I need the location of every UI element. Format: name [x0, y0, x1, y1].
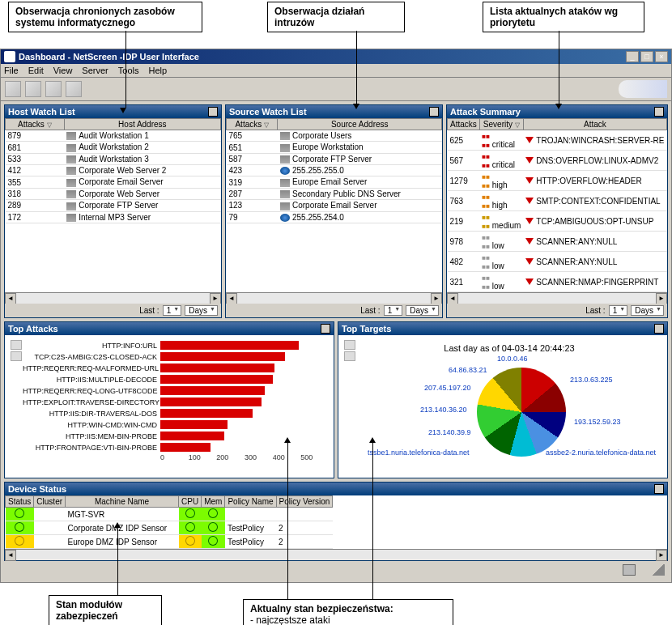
col-machine[interactable]: Machine Name [66, 496, 179, 508]
table-row[interactable]: 651Europe Workstation [227, 142, 442, 153]
panel-title-attack: Attack Summary [450, 107, 654, 117]
table-row[interactable]: 318Corporate Web Server [6, 188, 221, 199]
pie-label: 64.86.83.21 [449, 366, 487, 374]
toolbar-icon-2[interactable] [25, 81, 41, 97]
menu-file[interactable]: File [4, 66, 19, 75]
table-row[interactable]: 412Corporate Web Server 2 [6, 165, 221, 176]
last-num-dropdown[interactable]: 1 [384, 305, 403, 316]
menu-help[interactable]: Help [148, 66, 167, 75]
col-policy-ver[interactable]: Policy Version [276, 496, 333, 508]
col-cpu[interactable]: CPU [179, 496, 202, 508]
scrollbar[interactable]: ◄► [226, 292, 442, 304]
titlebar[interactable]: Dashboard - NetScreen -IDP User Interfac… [1, 49, 671, 64]
table-row[interactable]: 355Corporate Email Server [6, 176, 221, 188]
bar-row: HTTP:REQERR:REQ-MALFORMED-URL [23, 363, 329, 373]
table-row[interactable]: 319Europe Email Server [227, 176, 442, 188]
table-row[interactable]: 625■■■■ criticalTROJAN:WINCRASH:SERVER-R… [448, 130, 667, 151]
panel-attack-summary: Attack Summary Attacks Severity ▽ Attack… [446, 104, 668, 318]
pie-subtitle: Last day as of 04-03-14 20:44:23 [444, 343, 574, 353]
col-cluster[interactable]: Cluster [34, 496, 66, 508]
pie-label: tssbe1.nuria.telefonica-data.net [368, 449, 470, 457]
table-row[interactable]: 172Internal MP3 Server [6, 211, 221, 223]
table-row[interactable]: 321■■■■ lowSCANNER:NMAP:FINGERPRINT [448, 272, 667, 292]
scrollbar[interactable]: ◄► [5, 549, 667, 560]
menu-edit[interactable]: Edit [28, 66, 44, 75]
pie-label: 213.0.63.225 [570, 376, 613, 384]
pie-label: 10.0.0.46 [497, 355, 528, 363]
last-unit-dropdown[interactable]: Days [185, 305, 218, 316]
last-unit-dropdown[interactable]: Days [406, 305, 439, 316]
table-row[interactable]: 879Audit Workstation 1 [6, 130, 221, 142]
bar-row: HTTP:EXPLOIT:TRAVERSE-DIRECTORY [23, 397, 329, 407]
col-attacks[interactable]: Attacks ▽ [227, 119, 278, 130]
minimize-button[interactable]: _ [626, 51, 639, 62]
panel-device-status: Device Status Status Cluster Machine Nam… [4, 482, 668, 561]
table-row[interactable]: 681Audit Workstation 2 [6, 142, 221, 153]
chart-toolbar [10, 340, 23, 461]
panel-title-host: Host Watch List [8, 107, 208, 117]
print-icon[interactable] [623, 564, 636, 576]
table-row[interactable]: MGT-SVR [6, 508, 333, 521]
table-row[interactable]: 219■■■■ mediumTCP:AMBIGUOUS:OPT-UNSUP [448, 211, 667, 232]
panel-detach-icon[interactable] [654, 107, 664, 117]
bar-row: HTTP:WIN-CMD:WIN-CMD [23, 419, 329, 430]
chart-tool-1[interactable] [11, 340, 22, 350]
col-host[interactable]: Host Address [64, 119, 220, 130]
table-row[interactable]: 289Corporate FTP Server [6, 200, 221, 211]
last-num-dropdown[interactable]: 1 [609, 305, 628, 316]
bar-row: HTTP:IIS:MULTIPLE-DECODE [23, 374, 329, 385]
panel-detach-icon[interactable] [654, 484, 664, 494]
toolbar-icon-3[interactable] [45, 81, 62, 97]
table-row[interactable]: 567■■■■ criticalDNS:OVERFLOW:LINUX-ADMV2 [448, 151, 667, 171]
chart-config-icon[interactable] [654, 324, 664, 334]
col-source[interactable]: Source Address [278, 119, 442, 130]
table-row[interactable]: 765Corporate Users [227, 130, 442, 142]
col-attacks[interactable]: Attacks [448, 119, 480, 130]
pie-chart: Last day as of 04-03-14 20:44:23 10.0.0.… [356, 340, 662, 473]
table-row[interactable]: Corporate DMZ IDP SensorTestPolicy2 [6, 521, 333, 535]
menu-view[interactable]: View [53, 66, 73, 75]
table-row[interactable]: 587Corporate FTP Server [227, 153, 442, 164]
app-icon [4, 51, 15, 62]
table-row[interactable]: 978■■■■ lowSCANNER:ANY:NULL [448, 232, 667, 252]
bar-axis: 0100200300400500 [160, 453, 329, 461]
toolbar-icon-1[interactable] [5, 81, 21, 97]
panel-footer: Last : 1 Days [226, 304, 442, 317]
close-button[interactable]: × [655, 51, 668, 62]
menu-server[interactable]: Server [82, 66, 108, 75]
col-severity[interactable]: Severity ▽ [479, 119, 523, 130]
col-attacks[interactable]: Attacks ▽ [6, 119, 65, 130]
col-status[interactable]: Status [6, 496, 34, 508]
resize-grip-icon[interactable] [652, 564, 665, 576]
annotation-bottom-mid: Aktualny stan bezpieczeństwa: - najczęst… [243, 599, 453, 625]
table-row[interactable]: 482■■■■ lowSCANNER:ANY:NULL [448, 252, 667, 272]
table-row[interactable]: 533Audit Workstation 3 [6, 153, 221, 164]
toolbar-icon-4[interactable] [66, 81, 82, 97]
scrollbar[interactable]: ◄► [5, 292, 221, 304]
chart-tool-2[interactable] [344, 351, 355, 361]
col-attack-name[interactable]: Attack [523, 119, 666, 130]
chart-config-icon[interactable] [321, 324, 330, 334]
panel-title-device: Device Status [8, 484, 654, 494]
chart-tool-2[interactable] [11, 351, 22, 361]
panel-source-watch: Source Watch List Attacks ▽ Source Addre… [225, 104, 443, 318]
table-row[interactable]: Europe DMZ IDP SensorTestPolicy2 [6, 535, 333, 549]
chart-tool-1[interactable] [344, 340, 355, 350]
panel-detach-icon[interactable] [208, 107, 218, 117]
maximize-button[interactable]: □ [640, 51, 653, 62]
panel-detach-icon[interactable] [429, 107, 439, 117]
col-policy[interactable]: Policy Name [225, 496, 276, 508]
col-mem[interactable]: Mem [202, 496, 225, 508]
bar-row: TCP:C2S-AMBIG:C2S-CLOSED-ACK [23, 351, 329, 362]
scrollbar[interactable]: ◄► [447, 292, 667, 304]
last-num-dropdown[interactable]: 1 [163, 305, 182, 316]
table-row[interactable]: 1279■■■■ highHTTP:OVERFLOW:HEADER [448, 171, 667, 191]
table-row[interactable]: 123Corporate Email Server [227, 200, 442, 211]
table-row[interactable]: 79255.255.254.0 [227, 211, 442, 223]
bar-row: HTTP:FRONTPAGE:VTI-BIN-PROBE [23, 442, 329, 453]
table-row[interactable]: 423255.255.255.0 [227, 165, 442, 176]
menu-tools[interactable]: Tools [118, 66, 139, 75]
last-unit-dropdown[interactable]: Days [631, 305, 664, 316]
table-row[interactable]: 287Secondary Public DNS Server [227, 188, 442, 199]
table-row[interactable]: 763■■■■ highSMTP:CONTEXT:CONFIDENTIAL [448, 191, 667, 211]
